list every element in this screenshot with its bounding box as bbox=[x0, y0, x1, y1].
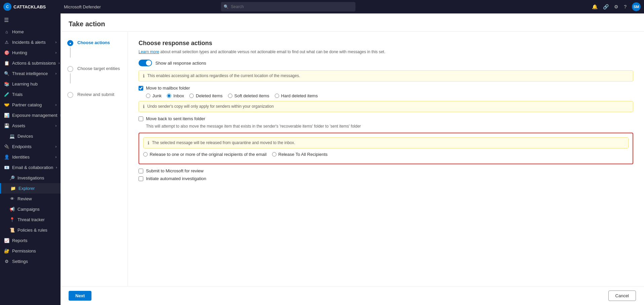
sidebar-label-exposure: Exposure management bbox=[12, 113, 57, 118]
step-review-submit: Review and submit bbox=[67, 92, 121, 98]
sidebar-item-policies[interactable]: 📜 Policies & rules bbox=[0, 225, 61, 235]
reports-icon: 📈 bbox=[4, 238, 9, 243]
sidebar-item-home[interactable]: ⌂ Home bbox=[0, 27, 61, 37]
info-icon-2: ℹ bbox=[143, 104, 145, 109]
radio-release-original[interactable]: Release to one or more of the original r… bbox=[143, 152, 267, 157]
sidebar-item-trials[interactable]: 🧪 Trials bbox=[0, 89, 61, 100]
help-icon[interactable]: ? bbox=[624, 4, 627, 9]
learn-more-link[interactable]: Learn more bbox=[139, 49, 159, 54]
quarantine-box: ℹ The selected message will be released … bbox=[139, 133, 633, 164]
sidebar-label-trials: Trials bbox=[12, 92, 23, 97]
sidebar-item-partner[interactable]: 🤝 Partner catalog › bbox=[0, 100, 61, 110]
sidebar-item-assets[interactable]: 💾 Assets › bbox=[0, 121, 61, 131]
radio-release-original-label[interactable]: Release to one or more of the original r… bbox=[150, 152, 267, 157]
bell-icon[interactable]: 🔔 bbox=[592, 4, 598, 9]
chevron-partner: › bbox=[55, 103, 56, 107]
sidebar-item-investigations[interactable]: 🔎 Investigations bbox=[0, 173, 61, 183]
step-1-circle: ● bbox=[67, 40, 73, 46]
radio-release-all[interactable]: Release To All Recipients bbox=[272, 152, 328, 157]
sidebar-item-threat-tracker[interactable]: 📍 Threat tracker bbox=[0, 214, 61, 225]
radio-deleted-input[interactable] bbox=[189, 94, 194, 98]
sidebar-item-hunting[interactable]: 🎯 Hunting › bbox=[0, 47, 61, 58]
radio-hard-deleted-input[interactable] bbox=[275, 94, 279, 98]
sidebar-item-learning[interactable]: 📚 Learning hub bbox=[0, 79, 61, 89]
sidebar-label-campaigns: Campaigns bbox=[17, 207, 40, 212]
sidebar-label-devices: Devices bbox=[17, 134, 33, 139]
learn-more-suffix: about email selection types and actionab… bbox=[160, 49, 385, 54]
chevron-threat-intel: › bbox=[55, 72, 56, 75]
radio-deleted-label[interactable]: Deleted items bbox=[196, 93, 222, 98]
move-sent-checkbox[interactable] bbox=[139, 116, 143, 121]
sidebar-label-email-collab: Email & collaboration bbox=[12, 165, 53, 170]
exposure-icon: 📊 bbox=[4, 113, 9, 118]
sidebar-item-explorer[interactable]: 📁 Explorer bbox=[0, 183, 61, 194]
step-1-label: Choose actions bbox=[77, 40, 110, 45]
settings-icon: ⚙ bbox=[4, 259, 9, 264]
sidebar-label-policies: Policies & rules bbox=[17, 228, 47, 233]
sidebar-item-endpoints[interactable]: 🔌 Endpoints › bbox=[0, 141, 61, 152]
radio-deleted[interactable]: Deleted items bbox=[189, 93, 222, 98]
sidebar: ☰ ⌂ Home ⚠ Incidents & alerts › 🎯 Huntin… bbox=[0, 13, 61, 305]
radio-hard-deleted[interactable]: Hard deleted items bbox=[275, 93, 318, 98]
cancel-button[interactable]: Cancel bbox=[608, 291, 636, 301]
submit-microsoft-checkbox[interactable] bbox=[139, 169, 143, 173]
radio-soft-deleted-label[interactable]: Soft deleted items bbox=[234, 93, 269, 98]
avatar[interactable]: SM bbox=[632, 2, 641, 11]
chevron-email: › bbox=[56, 166, 57, 169]
radio-junk[interactable]: Junk bbox=[146, 93, 161, 98]
radio-inbox[interactable]: Inbox bbox=[167, 93, 184, 98]
radio-junk-input[interactable] bbox=[146, 94, 150, 98]
initiate-investigation-label[interactable]: Initiate automated investigation bbox=[146, 176, 206, 181]
radio-soft-deleted-input[interactable] bbox=[228, 94, 232, 98]
step-3-circle bbox=[67, 92, 73, 98]
panel-title: Take action bbox=[69, 20, 636, 28]
search-input[interactable] bbox=[221, 2, 355, 11]
hamburger-icon[interactable]: ☰ bbox=[0, 13, 61, 27]
chevron-endpoints: › bbox=[55, 145, 56, 148]
radio-release-original-input[interactable] bbox=[143, 152, 148, 157]
initiate-investigation-checkbox[interactable] bbox=[139, 176, 143, 181]
show-all-toggle[interactable] bbox=[139, 60, 152, 66]
move-sent-label[interactable]: Move back to sent items folder bbox=[146, 116, 205, 121]
sidebar-label-explorer: Explorer bbox=[18, 186, 35, 191]
sidebar-item-devices[interactable]: 💻 Devices bbox=[0, 131, 61, 141]
next-button[interactable]: Next bbox=[69, 291, 91, 301]
radio-inbox-label[interactable]: Inbox bbox=[173, 93, 184, 98]
radio-release-all-label[interactable]: Release To All Recipients bbox=[278, 152, 328, 157]
sidebar-item-permissions[interactable]: 🔐 Permissions bbox=[0, 246, 61, 256]
move-mailbox-label[interactable]: Move to mailbox folder bbox=[146, 86, 190, 91]
gear-icon[interactable]: ⚙ bbox=[614, 4, 618, 9]
chevron-incidents: › bbox=[55, 40, 56, 44]
sidebar-item-settings[interactable]: ⚙ Settings bbox=[0, 256, 61, 267]
move-mailbox-checkbox[interactable] bbox=[139, 86, 143, 91]
sidebar-item-reports[interactable]: 📈 Reports bbox=[0, 235, 61, 246]
sidebar-item-incidents[interactable]: ⚠ Incidents & alerts › bbox=[0, 37, 61, 47]
radio-release-all-input[interactable] bbox=[272, 152, 276, 157]
radio-junk-label[interactable]: Junk bbox=[152, 93, 161, 98]
explorer-icon: 📁 bbox=[10, 186, 16, 191]
sidebar-label-identities: Identities bbox=[12, 155, 30, 160]
topbar-icons: 🔔 🔗 ⚙ ? SM bbox=[592, 2, 641, 11]
sidebar-item-campaigns[interactable]: 📢 Campaigns bbox=[0, 204, 61, 214]
chevron-identities: › bbox=[55, 155, 56, 159]
submit-microsoft-label[interactable]: Submit to Microsoft for review bbox=[146, 168, 203, 173]
sidebar-item-email-collab[interactable]: 📧 Email & collaboration › bbox=[0, 162, 61, 173]
sidebar-item-threat-intel[interactable]: 🔍 Threat intelligence › bbox=[0, 68, 61, 79]
sidebar-item-exposure[interactable]: 📊 Exposure management › bbox=[0, 110, 61, 121]
sidebar-item-identities[interactable]: 👤 Identities › bbox=[0, 152, 61, 162]
radio-inbox-input[interactable] bbox=[167, 94, 171, 98]
info-text-quarantine: The selected message will be released fr… bbox=[152, 140, 295, 145]
hunting-icon: 🎯 bbox=[4, 50, 9, 55]
response-title: Choose response actions bbox=[139, 40, 633, 47]
step-choose-actions: ● Choose actions bbox=[67, 40, 121, 58]
sidebar-item-actions[interactable]: 📋 Actions & submissions › bbox=[0, 58, 61, 68]
link-icon[interactable]: 🔗 bbox=[603, 4, 609, 9]
radio-hard-deleted-label[interactable]: Hard deleted items bbox=[281, 93, 318, 98]
radio-soft-deleted[interactable]: Soft deleted items bbox=[228, 93, 269, 98]
assets-icon: 💾 bbox=[4, 123, 9, 128]
sidebar-label-assets: Assets bbox=[12, 123, 25, 128]
chevron-actions: › bbox=[59, 61, 60, 65]
info-icon-3: ℹ bbox=[148, 140, 149, 145]
sidebar-item-review[interactable]: 👁 Review bbox=[0, 194, 61, 204]
sidebar-label-incidents: Incidents & alerts bbox=[12, 40, 46, 45]
